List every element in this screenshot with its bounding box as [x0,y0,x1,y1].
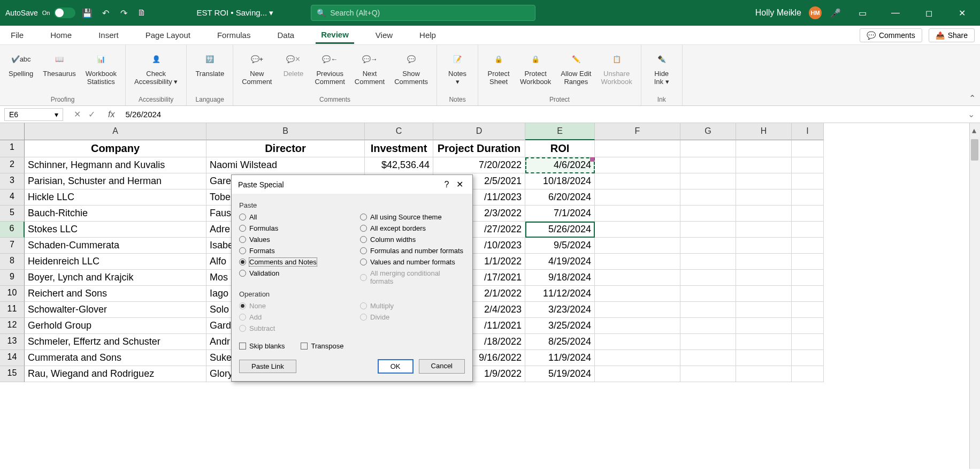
radio-all-using-source-theme[interactable]: All using Source theme [360,211,465,223]
empty-cell[interactable] [792,302,824,318]
cell[interactable]: Bauch-Ritchie [25,206,206,222]
col-header-G[interactable]: G [680,123,736,140]
empty-cell[interactable] [680,350,736,366]
cell[interactable]: Schinner, Hegmann and Kuvalis [25,157,206,173]
cancel-button[interactable]: Cancel [419,359,465,374]
protect-sheet-button[interactable]: 🔒Protect Sheet [483,47,515,88]
empty-cell[interactable] [680,222,736,238]
row-header-6[interactable]: 6 [0,222,25,238]
empty-cell[interactable] [595,318,680,334]
fx-icon[interactable]: fx [103,110,120,119]
empty-cell[interactable] [595,334,680,350]
cell[interactable]: 3/25/2024 [525,318,595,334]
row-header-10[interactable]: 10 [0,286,25,302]
cell[interactable]: 11/9/2024 [525,350,595,366]
hide-ink-button[interactable]: ✒️Hide Ink ▾ [646,47,678,88]
empty-cell[interactable] [736,302,792,318]
cell[interactable]: 3/23/2024 [525,302,595,318]
empty-cell[interactable] [680,366,736,382]
cell[interactable]: 10/18/2024 [525,173,595,189]
row-header-5[interactable]: 5 [0,206,25,222]
empty-cell[interactable] [736,366,792,382]
col-header-I[interactable]: I [792,123,824,140]
tab-formulas[interactable]: Formulas [212,27,256,43]
empty-cell[interactable] [736,222,792,238]
empty-cell[interactable] [736,254,792,270]
cell[interactable]: 4/6/2024 [525,157,595,173]
tab-home[interactable]: Home [45,27,77,43]
empty-cell[interactable] [792,206,824,222]
cell[interactable]: Schaden-Cummerata [25,238,206,254]
cell[interactable]: 6/20/2024 [525,189,595,206]
col-header-D[interactable]: D [433,123,525,140]
cell[interactable]: Cummerata and Sons [25,350,206,366]
spelling-button[interactable]: ✔️abcSpelling [4,47,37,80]
unshare-workbook-button[interactable]: 📋Unshare Workbook [596,47,636,88]
cell[interactable]: 9/5/2024 [525,238,595,254]
allow-edit-ranges-button[interactable]: ✏️Allow Edit Ranges [556,47,595,88]
search-input[interactable]: 🔍 Search (Alt+Q) [311,5,535,21]
empty-cell[interactable] [736,206,792,222]
empty-cell[interactable] [680,173,736,189]
empty-cell[interactable] [595,270,680,286]
empty-cell[interactable] [736,270,792,286]
empty-cell[interactable] [595,157,680,173]
empty-cell[interactable] [595,189,680,206]
cell[interactable]: Hickle LLC [25,189,206,206]
header-cell[interactable]: Project Duration [433,140,525,157]
spreadsheet-grid[interactable]: ABCDEFGHI1CompanyDirectorInvestmentProje… [0,123,980,469]
cell[interactable]: 11/12/2024 [525,286,595,302]
delete-comment-button[interactable]: 💬✕Delete [277,47,309,80]
comments-button[interactable]: 💬 Comments [860,28,922,42]
thesaurus-button[interactable]: 📖Thesaurus [39,47,80,80]
header-cell[interactable]: ROI [525,140,595,157]
col-header-E[interactable]: E [525,123,595,140]
row-header-11[interactable]: 11 [0,302,25,318]
autosave-toggle[interactable]: AutoSave On [5,7,75,18]
empty-cell[interactable] [595,206,680,222]
ok-button[interactable]: OK [378,359,414,374]
tab-data[interactable]: Data [272,27,300,43]
save-icon[interactable]: 💾 [81,6,94,19]
mic-icon[interactable]: 🎤 [829,6,842,19]
empty-cell[interactable] [680,334,736,350]
tab-file[interactable]: File [5,27,29,43]
cell[interactable]: Reichert and Sons [25,286,206,302]
empty-cell[interactable] [736,238,792,254]
row-header-8[interactable]: 8 [0,254,25,270]
minimize-icon[interactable]: — [883,4,908,21]
empty-cell[interactable] [680,140,736,157]
empty-cell[interactable] [680,286,736,302]
skip-blanks-checkbox[interactable]: Skip blanks [239,340,285,352]
accept-formula-icon[interactable]: ✓ [88,109,95,119]
empty-cell[interactable] [595,238,680,254]
empty-cell[interactable] [595,286,680,302]
empty-cell[interactable] [792,286,824,302]
formula-input[interactable]: 5/26/2024 [120,108,962,120]
col-header-H[interactable]: H [736,123,792,140]
workbook-stats-button[interactable]: 📊Workbook Statistics [81,47,121,88]
empty-cell[interactable] [792,318,824,334]
header-cell[interactable]: Company [25,140,206,157]
empty-cell[interactable] [736,334,792,350]
cell[interactable]: Schowalter-Glover [25,302,206,318]
radio-all-except-borders[interactable]: All except borders [360,223,465,234]
empty-cell[interactable] [736,173,792,189]
row-header-15[interactable]: 15 [0,366,25,382]
show-comments-button[interactable]: 💬Show Comments [390,47,432,88]
collapse-ribbon-icon[interactable]: ⌃ [969,93,976,103]
tab-view[interactable]: View [370,27,398,43]
empty-cell[interactable] [680,206,736,222]
row-header-2[interactable]: 2 [0,157,25,173]
radio-formulas[interactable]: Formulas [239,223,344,234]
radio-all[interactable]: All [239,211,344,223]
empty-cell[interactable] [792,238,824,254]
notes-button[interactable]: 📝Notes ▾ [441,47,473,88]
header-cell[interactable]: Director [206,140,365,157]
empty-cell[interactable] [792,222,824,238]
cell[interactable]: 7/20/2022 [433,157,525,173]
col-header-A[interactable]: A [25,123,206,140]
empty-cell[interactable] [792,189,824,206]
cell[interactable]: Schmeler, Effertz and Schuster [25,334,206,350]
empty-cell[interactable] [792,334,824,350]
